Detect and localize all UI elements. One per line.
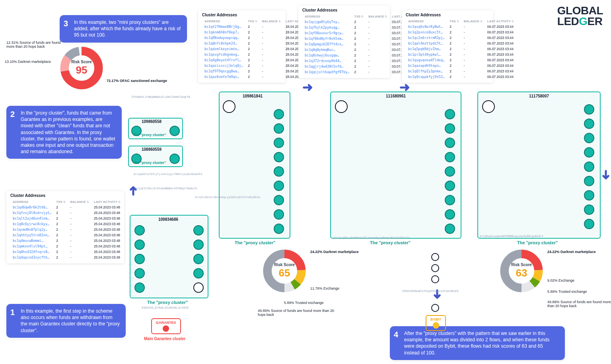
table-row[interactable]: bc1qt27Hmae8Nrj6g…2-28.04.2023 00:33 [202,24,315,29]
table-row[interactable]: bc1quguqoea4Fldeq…2-06.07.2023 03:44 [406,57,516,63]
callout-2-text: In the "proxy cluster", funds that came … [21,110,115,154]
table-row[interactable]: bc1q4g8eyot4Yrxfl…2-28.04.2023 00:33 [202,57,315,63]
table-row[interactable]: bc1q4apcnd3zycfth…2-25.04.2023 03:48 [10,255,123,260]
table-row[interactable]: bc1q0c6yjrwc8ckyy…2-25.04.2023 03:48 [10,221,123,227]
table-row[interactable]: bc1qesgfcdkgnmxg…2-28.04.2023 00:33 [202,52,315,57]
arrow-down-icon: ➜ [599,169,611,180]
donut-label: Risk Score [71,60,92,64]
cluster-table-2: Cluster Addresses ADDRESSTXS⇅BALANCE⇅LAS… [198,10,286,83]
table-row[interactable]: bc1qsq6s8wrKyBwt…2-06.07.2023 03:44 [406,24,516,29]
table-row[interactable]: bc1qhhtyy5tre82nn…2-25.04.2023 03:48 [10,232,123,238]
callout-3: In this example, two "mini proxy cluster… [60,15,187,43]
table-row[interactable]: bc1qazepdh9tepn…2-06.07.2023 03:44 [406,63,516,68]
donut65-label-hops: 49.89% Source of funds are found more th… [258,309,337,317]
table-row[interactable]: bc1qknm6h0xY8ep7…2-28.04.2023 00:33 [202,29,315,35]
table-title: Cluster Addresses [202,13,282,17]
donut95-label-darknet: 13.10% Darknet marketplace [5,60,51,64]
table-row[interactable]: bc1qazissccj3elq0j…2-28.04.2023 00:33 [202,63,315,68]
callout-2: In the "proxy cluster", funds that came … [6,106,122,159]
bybit-endpoint: BYBIT [426,315,446,331]
table-row[interactable]: bc1qlt2ajd6un4lem…2-25.04.2023 03:48 [10,216,123,221]
table-row[interactable]: bc1qdzmlkeyeimte…2-28.04.2023 00:33 [202,46,315,52]
proxy-label: The "proxy cluster" [235,240,275,245]
risk-score-65-donut: Risk Score65 [263,249,306,293]
table-row[interactable]: bc1qf9T9qncgg8wa…2-28.04.2023 00:33 [202,68,315,74]
global-ledger-logo: GLOBAL LEDGER [557,6,603,27]
cluster-id: 109834686 [158,217,178,222]
table-row[interactable]: bc1qc2e6rztrmR2pj…2-06.07.2023 03:44 [406,35,516,41]
donut65-label-trusted: 5.89% Trusted exchange [284,301,324,305]
proxy-label: The "proxy cluster" [517,240,558,245]
callout-4: After the "proxy clusters" with the patt… [390,326,565,360]
table-row[interactable]: bc1q0hx4324fsqrv8…2-25.04.2023 03:48 [10,249,123,255]
table-row[interactable]: bc1q4muswBemmi…2-25.04.2023 03:48 [10,238,123,243]
cluster-table-1: Cluster Addresses ADDRESS TXS⇅ BALANCE⇅ … [6,191,124,263]
donut95-label-hops: 12.31% Source of funds are found more th… [6,41,62,49]
proxy-cluster-f [477,91,601,239]
table-title: Cluster Addresses [302,8,386,12]
table-row[interactable]: bc1pr3ptd4ypkwl…2-06.07.2023 03:44 [406,52,516,57]
proxy-label: The "proxy cluster" [370,240,411,245]
garantex-label: Main Garantex cluster [144,337,185,341]
cluster-table-3: Cluster Addresses ADDRESSTXS⇅BALANCE⇅LAS… [298,6,390,78]
cluster-table-4: Cluster Addresses ADDRESSTXS⇅BALANCE⇅LAS… [402,10,493,83]
table-row[interactable]: bc1q0nfc8xhpk24…2-28.04.2023 00:33 [202,41,315,46]
callout-3-text: In this example, two "mini proxy cluster… [74,19,181,38]
table-row[interactable]: bc1qmkxn4lvl94pt…2-25.04.2023 03:48 [10,243,123,249]
table-title: Cluster Addresses [10,193,120,198]
table-row[interactable]: bc1qaz6vmfe7m9qs…2-28.04.2023 00:33 [202,74,315,80]
table-row[interactable]: bc1qQlfhpZy3pnmx…2-06.07.2023 03:44 [406,68,516,74]
callout-1-text: In this example, the first step in the s… [21,308,120,333]
table-row[interactable]: bc1qd6qw0r6k2tdd…2-25.04.2023 03:48 [10,204,123,210]
callout-4-text: After the "proxy clusters" with the patt… [404,331,550,356]
donut65-label-darknet: 24.22% Darknet marketplace [310,250,359,254]
cluster-id: 108860559 [142,147,162,152]
proxy-cluster-e [330,91,461,239]
table-row[interactable]: bc1qsmd8s07plq2y…2-25.04.2023 03:48 [10,227,123,232]
sort-icon[interactable]: ⇅ [63,200,66,203]
table-row[interactable]: bc1q2psnce0uxc5t…2-06.07.2023 03:44 [406,29,516,35]
sort-icon[interactable]: ⇅ [87,200,89,203]
risk-score-95-donut: Risk Score95 [60,46,103,90]
table-row[interactable]: bc1q5pqkRdjvIhm…2-06.07.2023 03:44 [406,46,516,52]
table-row[interactable]: bc1qfzuj8l8vdrvjyt…2-25.04.2023 03:48 [10,210,123,216]
table-row[interactable]: bc1qR8adwyewpiqq…2-28.04.2023 00:33 [202,35,315,41]
garantex-endpoint: GARANTEX [151,318,181,334]
donut63-label-exch: 9.02% Exchange [547,278,574,282]
cluster-id: 109861841 [243,94,263,98]
cluster-id: 111758007 [529,94,549,98]
risk-score-63-donut: Risk Score63 [500,249,543,293]
donut63-label-darknet: 24.22% Darknet marketplace [547,250,596,254]
proxy-label: The "proxy cluster" [147,300,188,305]
donut65-label-exch: 11.76% Exchange [310,286,339,290]
cluster-id: 109860558 [142,119,162,124]
donut-value: 95 [76,64,88,76]
proxy-label: The "proxy cluster" [133,133,166,137]
arrow-right-icon: ➜ [399,80,410,95]
table-row[interactable]: bc1q9cxppkfyj9x52…2-06.07.2023 03:44 [406,74,516,80]
table-title: Cluster Addresses [406,13,489,17]
arrow-right-icon: ➜ [302,80,313,95]
callout-1: In this example, the first step in the s… [6,304,126,338]
donut63-label-hops: 49.89% Source of funds are found more th… [547,300,611,308]
donut95-label-ofac: 72.17% OFAC sanctioned exchange [107,79,167,83]
proxy-label: The "proxy cluster" [133,161,166,165]
sort-icon[interactable]: ⇅ [118,200,121,203]
table-row[interactable]: bc1qwl4mzttpdz5t…2-06.07.2023 03:44 [406,41,516,46]
donut63-label-trusted: 5.89% Trusted exchange [547,290,587,294]
